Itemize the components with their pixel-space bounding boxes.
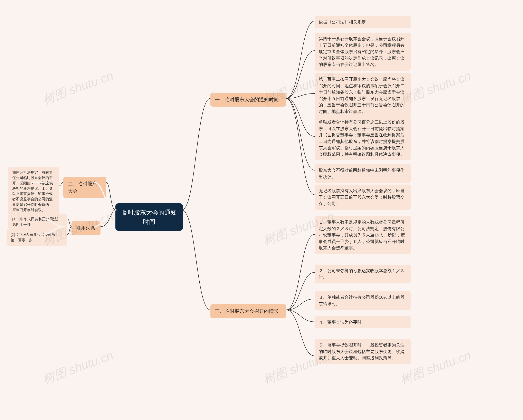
branch-node-3[interactable]: 三、临时股东大会召开的情形 xyxy=(210,304,286,318)
branch-label: 二、临时股东大会 xyxy=(68,181,97,194)
root-title: 临时股东大会的通知时间 xyxy=(122,209,177,225)
watermark: 树图 shutu.cn xyxy=(40,347,116,388)
branch-label: 引用法条 xyxy=(76,225,96,231)
branch-label: 一、临时股东大会的通知时间 xyxy=(215,97,279,102)
leaf-text: [2]《中华人民共和国公司法》 第一百零二条 xyxy=(11,233,59,242)
leaf-text: １、董事人数不足规定的人数或者公司章程所定人数的２／３时。公司法规定，股份有限公… xyxy=(319,220,405,250)
leaf-text: 第一百零二条召开股东大会会议，应当将会议召开的时间、地点和审议的事项于会议召开二… xyxy=(319,77,405,114)
connector-layer xyxy=(0,0,523,420)
branch-node-1[interactable]: 一、临时股东大会的通知时间 xyxy=(210,93,286,107)
leaf-node-b3-5[interactable]: ５、监事会提议召开时。一般投资者更为关注的临时股东大会议程包括主要股东变更、收购… xyxy=(315,339,411,364)
leaf-text: 依据《公司法》相关规定 xyxy=(319,20,366,24)
leaf-text: 第四十一条召开股东会会议，应当于会议召开十五日前通知全体股东；但是，公司章程另有… xyxy=(319,36,405,67)
leaf-text: ２、公司未弥补的亏损达实收股本总额１／３时。 xyxy=(319,268,405,280)
leaf-node-b3-4[interactable]: ４、董事会认为必要时。 xyxy=(315,316,411,328)
leaf-node-b4-1[interactable]: [1]《中华人民共和国公司法》 第四十一条 xyxy=(8,214,67,230)
leaf-text: ３、单独或者合计持有公司股份10%以上的股东请求时。 xyxy=(319,295,405,306)
leaf-node-b1-3[interactable]: 第一百零二条召开股东大会会议，应当将会议召开的时间、地点和审议的事项于会议召开二… xyxy=(315,73,411,117)
branch-node-2[interactable]: 二、临时股东大会 xyxy=(63,177,106,198)
branch-label: 三、临时股东大会召开的情形 xyxy=(215,308,279,314)
leaf-text: ５、监事会提议召开时。一般投资者更为关注的临时股东大会议程包括主要股东变更、收购… xyxy=(319,343,405,360)
leaf-text: ４、董事会认为必要时。 xyxy=(319,320,366,324)
leaf-node-b2-1[interactable]: 我国公司法规定，有限责任公司临时股东会议的召开，必须由１／10以上表决权的股东提… xyxy=(8,167,59,215)
leaf-node-b1-5[interactable]: 股东大会不得对前两款通知中未列明的事项作出决议。 xyxy=(315,164,411,183)
leaf-node-b1-2[interactable]: 第四十一条召开股东会会议，应当于会议召开十五日前通知全体股东；但是，公司章程另有… xyxy=(315,33,411,71)
leaf-text: 我国公司法规定，有限责任公司临时股东会议的召开，必须由１／10以上表决权的股东提… xyxy=(12,170,53,212)
leaf-text: 无记名股票持有人出席股东大会会议的，应当于会议召开五日前至股东大会闭会时将股票交… xyxy=(319,188,405,206)
branch-node-4[interactable]: 引用法条 xyxy=(72,221,100,235)
leaf-node-b3-2[interactable]: ２、公司未弥补的亏损达实收股本总额１／３时。 xyxy=(315,265,411,283)
leaf-node-b1-1[interactable]: 依据《公司法》相关规定 xyxy=(315,16,411,28)
leaf-node-b4-2[interactable]: [2]《中华人民共和国公司法》 第一百零二条 xyxy=(7,229,67,246)
leaf-text: 股东大会不得对前两款通知中未列明的事项作出决议。 xyxy=(319,168,405,179)
leaf-node-b3-1[interactable]: １、董事人数不足规定的人数或者公司章程所定人数的２／３时。公司法规定，股份有限公… xyxy=(315,216,411,254)
leaf-node-b1-4[interactable]: 单独或者合计持有公司百分之三以上股份的股东，可以在股东大会召开十日前提出临时提案… xyxy=(315,116,411,160)
leaf-node-b3-3[interactable]: ３、单独或者合计持有公司股份10%以上的股东请求时。 xyxy=(315,291,411,310)
leaf-node-b1-6[interactable]: 无记名股票持有人出席股东大会会议的，应当于会议召开五日前至股东大会闭会时将股票交… xyxy=(315,185,411,210)
leaf-text: 单独或者合计持有公司百分之三以上股份的股东，可以在股东大会召开十日前提出临时提案… xyxy=(319,120,405,157)
mindmap-canvas: 临时股东大会的通知时间 一、临时股东大会的通知时间 三、临时股东大会召开的情形 … xyxy=(0,0,523,420)
root-node[interactable]: 临时股东大会的通知时间 xyxy=(115,203,183,231)
leaf-text: [1]《中华人民共和国公司法》 第四十一条 xyxy=(12,217,60,227)
watermark: 树图 shutu.cn xyxy=(40,67,116,108)
